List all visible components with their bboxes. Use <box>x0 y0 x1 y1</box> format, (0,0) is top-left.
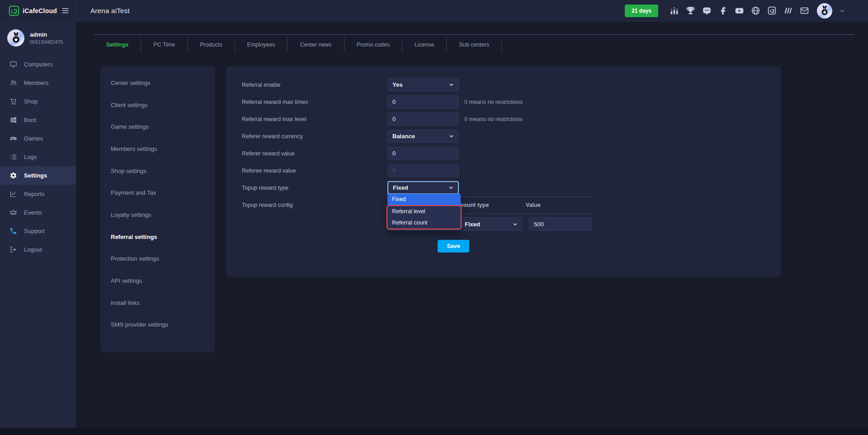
settings-menu-install-links[interactable]: Install links <box>100 292 215 314</box>
leaderboard-icon[interactable] <box>670 6 679 15</box>
sidebar-item-label: Members <box>24 80 48 86</box>
settings-menu-payment-and-tax[interactable]: Payment and Tax <box>100 182 215 204</box>
tab-license[interactable]: License <box>402 37 447 52</box>
license-days-badge[interactable]: 21 days <box>625 5 658 17</box>
tab-employees[interactable]: Employees <box>235 37 288 52</box>
gamepad-icon <box>9 135 17 142</box>
config-value-input[interactable] <box>529 217 592 231</box>
sidebar-item-label: Support <box>24 228 45 234</box>
chevron-down-icon[interactable] <box>839 8 845 14</box>
sidebar-item-label: Events <box>24 209 42 216</box>
phone-icon <box>9 227 17 235</box>
field-label: Referral reward max level <box>242 116 387 122</box>
website-globe-icon[interactable] <box>751 6 760 15</box>
tab-center-news[interactable]: Center news <box>288 37 344 52</box>
tab-products[interactable]: Products <box>188 37 235 52</box>
settings-menu-client-settings[interactable]: Client settings <box>100 94 215 116</box>
column-header-value: Value <box>526 202 541 208</box>
field-label: Referer reward value <box>242 150 387 157</box>
dropdown-option-referral-count[interactable]: Referral count <box>387 217 461 229</box>
referee-reward-value-input[interactable] <box>387 164 459 177</box>
tab-sub-centers[interactable]: Sub centers <box>447 37 502 52</box>
gear-icon <box>9 172 17 179</box>
settings-menu-game-settings[interactable]: Game settings <box>100 116 215 138</box>
discord-icon[interactable] <box>702 6 712 15</box>
tab-pc-time[interactable]: PC Time <box>141 37 188 52</box>
logout-icon <box>9 246 17 253</box>
dropdown-option-referral-level[interactable]: Referral level <box>387 206 461 217</box>
cart-icon <box>9 98 17 105</box>
sidebar: admin 005193482475 Computers Members Sho… <box>0 22 76 428</box>
sidebar-item-boot[interactable]: Boot <box>0 111 76 129</box>
settings-menu-loyalty-settings[interactable]: Loyalty settings <box>100 204 215 226</box>
referral-reward-max-times-input[interactable] <box>387 95 459 108</box>
chevron-down-icon <box>448 82 454 88</box>
settings-menu-members-settings[interactable]: Members settings <box>100 138 215 160</box>
medal-icon <box>819 5 830 17</box>
medal-icon <box>9 32 23 45</box>
topbar-actions: 21 days <box>625 3 868 19</box>
referer-reward-value-input[interactable] <box>387 147 459 160</box>
referer-reward-currency-select[interactable]: Balance <box>387 130 459 143</box>
icafecloud-mini-icon[interactable] <box>767 6 777 15</box>
sidebar-item-label: Logs <box>24 154 37 160</box>
user-id: 005193482475 <box>30 39 63 45</box>
user-name: admin <box>30 31 63 38</box>
topup-reward-type-select[interactable]: Fixed Fixed Referral level Referral coun… <box>387 181 459 194</box>
sidebar-item-settings[interactable]: Settings <box>0 166 76 185</box>
select-value: Fixed <box>393 184 408 191</box>
sidebar-item-shop[interactable]: Shop <box>0 92 76 111</box>
sidebar-item-label: Shop <box>24 98 38 105</box>
tab-promo-codes[interactable]: Promo codes <box>344 37 403 52</box>
topbar: iCafeCloud Arena aiTest 21 days <box>0 0 868 22</box>
sidebar-item-label: Settings <box>24 172 47 179</box>
sidebar-item-support[interactable]: Support <box>0 222 76 240</box>
sidebar-item-logout[interactable]: Logout <box>0 240 76 259</box>
tab-settings[interactable]: Settings <box>94 37 141 52</box>
icafecloud-logo-icon <box>8 5 20 17</box>
sidebar-item-label: Games <box>24 135 43 142</box>
chevron-down-icon <box>448 185 454 191</box>
select-value: Yes <box>392 81 402 88</box>
settings-menu-protection-settings[interactable]: Protection settings <box>100 248 215 270</box>
save-button[interactable]: Save <box>438 240 469 253</box>
settings-menu-referral-settings[interactable]: Referral settings <box>100 226 215 248</box>
sidebar-item-label: Boot <box>24 117 36 123</box>
settings-menu-panel: Center settings Client settings Game set… <box>100 66 215 352</box>
alert-outline: Referral level Referral count <box>387 205 462 229</box>
sidebar-item-members[interactable]: Members <box>0 74 76 92</box>
sidebar-item-games[interactable]: Games <box>0 129 76 148</box>
settings-menu-center-settings[interactable]: Center settings <box>100 72 215 94</box>
monitor-icon <box>9 61 17 68</box>
settings-menu-shop-settings[interactable]: Shop settings <box>100 160 215 182</box>
crown-icon <box>9 209 17 216</box>
mail-icon[interactable] <box>800 6 809 15</box>
field-label: Referee reward value <box>242 168 387 174</box>
user-avatar[interactable] <box>817 3 832 19</box>
referral-reward-max-level-input[interactable] <box>387 112 459 126</box>
settings-menu-api-settings[interactable]: API settings <box>100 270 215 292</box>
settings-menu-sms-provider-settings[interactable]: SMS provider settings <box>100 314 215 336</box>
sidebar-user-block: admin 005193482475 <box>0 22 76 52</box>
sidebar-item-reports[interactable]: Reports <box>0 185 76 203</box>
sidebar-item-computers[interactable]: Computers <box>0 55 76 74</box>
facebook-icon[interactable] <box>718 6 728 15</box>
reviews-icon[interactable] <box>783 6 793 15</box>
tabs-bar: Settings PC Time Products Employees Cent… <box>94 37 868 52</box>
windows-icon <box>9 116 17 124</box>
brand-name: iCafeCloud <box>23 7 57 14</box>
dropdown-option-fixed[interactable]: Fixed <box>387 194 461 205</box>
list-icon <box>9 153 17 161</box>
referral-enable-select[interactable]: Yes <box>387 78 459 91</box>
sidebar-item-logs[interactable]: Logs <box>0 148 76 166</box>
sidebar-item-label: Reports <box>24 191 45 197</box>
youtube-icon[interactable] <box>735 6 744 15</box>
chart-icon <box>9 190 17 198</box>
select-value: Balance <box>392 133 415 140</box>
menu-toggle-button[interactable] <box>61 6 70 15</box>
topup-reward-type-dropdown: Fixed Referral level Referral count <box>387 194 461 231</box>
sidebar-item-events[interactable]: Events <box>0 203 76 222</box>
trophy-icon[interactable] <box>686 6 695 15</box>
amount-type-select[interactable]: Fixed <box>460 217 523 231</box>
field-label: Topup reward type <box>242 185 387 191</box>
